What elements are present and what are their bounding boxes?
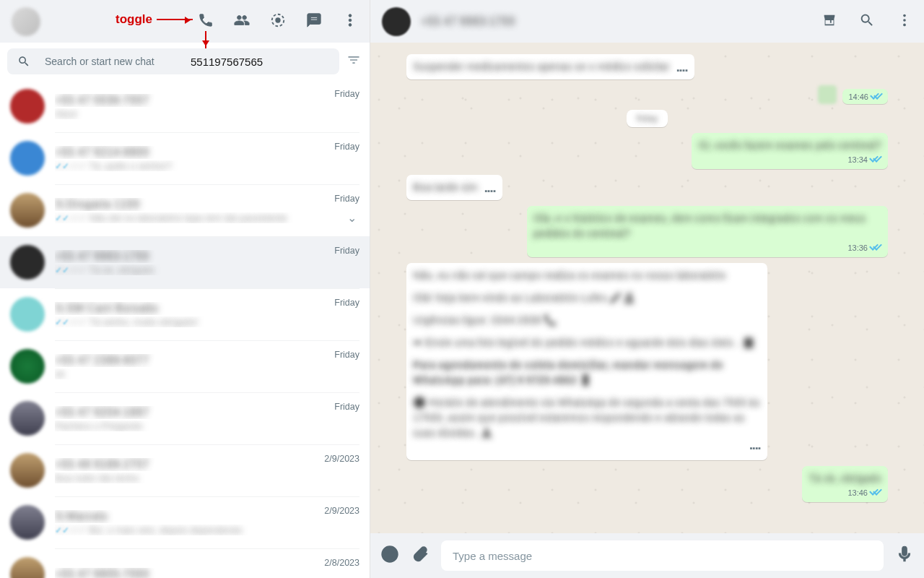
chat-preview: ✓✓✓✓ Biz, o mais seis, depois dependendo: [55, 525, 359, 535]
message-list: Suspender medicamentos apenas se o médic…: [370, 43, 924, 533]
chat-preview: Boa noite não tenho: [55, 473, 359, 483]
chat-item[interactable]: S-Drogaria 1100✓✓✓✓ Não dei no laboratór…: [0, 184, 370, 236]
message-in[interactable]: Não, eu não sei que campo realiza os exa…: [406, 263, 767, 460]
chat-name: S-SM Carri Borsatto: [55, 302, 359, 315]
svg-point-10: [391, 552, 393, 553]
new-chat-icon[interactable]: [306, 12, 322, 31]
chat-name: S-Marcelo: [55, 510, 359, 523]
chat-avatar: [10, 193, 45, 228]
chat-time: Friday: [334, 350, 359, 360]
message-placeholder: Type a message: [453, 550, 532, 562]
chat-item[interactable]: +55 47 9983-1700✓✓✓✓ Tá ok, obrigadoFrid…: [0, 236, 370, 288]
search-placeholder: Search or start new chat: [45, 56, 329, 67]
filter-icon[interactable]: [346, 53, 361, 70]
svg-point-5: [903, 14, 906, 17]
message-in[interactable]: Boa tarde sim▪▪▪▪: [406, 175, 502, 200]
message-out[interactable]: Olá, e o histórico de exames, dem como f…: [527, 206, 888, 257]
chat-avatar: [10, 141, 45, 176]
sticker-message[interactable]: 14:46: [818, 85, 888, 104]
chat-item[interactable]: +55 47 0036-7007AbcdFriday: [0, 80, 370, 132]
svg-point-4: [349, 23, 352, 26]
chat-item[interactable]: +55 47 8805-70002/8/2023: [0, 548, 370, 578]
composer: Type a message: [370, 533, 924, 578]
chat-preview: ✓✓✓✓ Tá, quiés o senhor?: [55, 160, 359, 171]
conversation-panel: +55 47 9983-1700 Suspender medicamentos …: [370, 0, 924, 578]
chat-item[interactable]: S-SM Carri Borsatto✓✓✓✓ Tá senho, muito …: [0, 288, 370, 340]
conversation-header: +55 47 9983-1700: [370, 0, 924, 43]
chat-preview: ✓✓✓✓ Tá senho, muito obrigado!: [55, 316, 359, 327]
message-out[interactable]: Tá ok, obrigado13:46: [802, 466, 888, 502]
groups-icon[interactable]: [234, 12, 250, 31]
menu-icon[interactable]: [342, 12, 358, 31]
svg-point-6: [903, 19, 906, 22]
chat-avatar: [10, 505, 45, 540]
chat-name: +55 48 9188-2707: [55, 458, 359, 471]
chat-preview: ok: [55, 368, 359, 379]
chat-name: +55 47 0036-7007: [55, 94, 359, 107]
chat-name: +55 47 9214-8800: [55, 146, 359, 159]
mic-icon[interactable]: [895, 545, 914, 566]
chat-time: 2/8/2023: [324, 558, 359, 568]
sidebar-header: toggle: [0, 0, 370, 43]
chat-time: Friday: [334, 142, 359, 152]
status-icon[interactable]: [270, 12, 286, 31]
svg-point-3: [349, 19, 352, 22]
svg-point-7: [903, 23, 906, 26]
svg-point-2: [349, 14, 352, 17]
search-icon[interactable]: [859, 12, 875, 31]
chat-list: +55 47 0036-7007AbcdFriday+55 47 9214-88…: [0, 80, 370, 578]
chat-time: Friday: [334, 89, 359, 99]
chat-name: +55 47 9983-1700: [55, 250, 359, 263]
message-input[interactable]: Type a message: [441, 540, 884, 571]
message-in[interactable]: Suspender medicamentos apenas se o médic…: [406, 54, 694, 79]
chat-time: 2/9/2023: [324, 506, 359, 516]
chat-time: Friday: [334, 402, 359, 412]
search-row: Search or start new chat 551197567565: [0, 43, 370, 80]
date-divider: friday: [627, 110, 668, 127]
annotation-toggle: toggle: [116, 12, 193, 27]
chat-item[interactable]: +55 47 9204-1887Pacheco o PregandoFriday: [0, 392, 370, 444]
chat-name: +55 47 2388-8077: [55, 354, 359, 367]
chat-avatar: [10, 557, 45, 578]
chat-item[interactable]: S-Marcelo✓✓✓✓ Biz, o mais seis, depois d…: [0, 496, 370, 548]
svg-point-9: [387, 552, 388, 553]
chat-avatar: [10, 401, 45, 436]
chat-avatar: [10, 349, 45, 384]
chat-avatar: [10, 89, 45, 124]
chat-preview: Pacheco o Pregando: [55, 420, 359, 431]
emoji-icon[interactable]: [380, 545, 399, 566]
chat-name: +55 47 9204-1887: [55, 406, 359, 419]
svg-point-8: [382, 546, 398, 562]
contact-avatar[interactable]: [382, 7, 411, 36]
chat-time: 2/9/2023: [324, 454, 359, 464]
chat-item[interactable]: +55 47 2388-8077okFriday: [0, 340, 370, 392]
calls-icon[interactable]: [198, 12, 214, 31]
store-icon[interactable]: [821, 12, 837, 31]
svg-point-1: [276, 18, 280, 22]
contact-title[interactable]: +55 47 9983-1700: [421, 15, 515, 28]
chat-time: Friday: [334, 194, 359, 204]
my-avatar[interactable]: [12, 7, 40, 36]
dialed-number: 551197567565: [191, 56, 263, 68]
attach-icon[interactable]: [411, 545, 430, 566]
chevron-down-icon[interactable]: ⌄: [347, 211, 357, 225]
chat-item[interactable]: +55 48 9188-2707Boa noite não tenho2/9/2…: [0, 444, 370, 496]
message-out[interactable]: Oi, vocês fazem exames pelo centreal?13:…: [692, 133, 888, 169]
chat-item[interactable]: +55 47 9214-8800✓✓✓✓ Tá, quiés o senhor?…: [0, 132, 370, 184]
search-input[interactable]: Search or start new chat 551197567565: [7, 48, 339, 74]
menu-icon[interactable]: [897, 12, 912, 31]
chat-preview: ✓✓✓✓ Não dei no laboratório lojas tem la…: [55, 212, 359, 223]
chat-avatar: [10, 453, 45, 488]
chat-avatar: [10, 297, 45, 332]
sidebar: toggle: [0, 0, 370, 578]
chat-time: Friday: [334, 246, 359, 256]
chat-preview: Abcd: [55, 108, 359, 119]
chat-name: S-Drogaria 1100: [55, 198, 359, 211]
chat-avatar: [10, 245, 45, 280]
chat-name: +55 47 8805-7000: [55, 568, 359, 579]
chat-time: Friday: [334, 298, 359, 308]
chat-preview: ✓✓✓✓ Tá ok, obrigado: [55, 264, 359, 275]
annotation-label: toggle: [116, 12, 152, 27]
